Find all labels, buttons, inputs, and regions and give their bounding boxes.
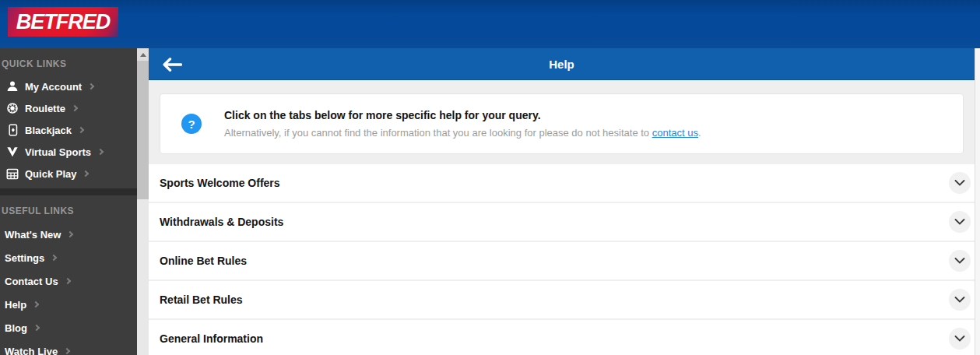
sidebar-item-whats-new[interactable]: What's New — [0, 223, 137, 246]
sidebar-item-blackjack[interactable]: Blackjack — [0, 119, 137, 141]
sidebar-item-label: Virtual Sports — [25, 146, 91, 158]
sidebar-item-quick-play[interactable]: Quick Play — [0, 163, 137, 185]
sidebar-item-watch-live[interactable]: Watch Live — [0, 339, 137, 355]
chevron-right-icon — [64, 278, 70, 284]
sidebar-item-label: Blog — [5, 322, 27, 334]
quick-links-heading: QUICK LINKS — [0, 48, 137, 76]
user-icon — [5, 80, 20, 93]
sidebar-scrollbar[interactable] — [137, 48, 149, 355]
sidebar-item-settings[interactable]: Settings — [0, 246, 137, 269]
chevron-right-icon — [78, 127, 84, 133]
accordion-section-online-bet-rules[interactable]: Online Bet Rules — [149, 242, 975, 279]
help-header-bar: Help — [149, 48, 975, 80]
sidebar-item-help[interactable]: Help — [0, 293, 137, 316]
useful-links-heading: USEFUL LINKS — [0, 195, 137, 223]
sidebar-scrollbar-thumb[interactable] — [137, 61, 149, 199]
roulette-icon — [5, 102, 20, 114]
chevron-down-icon[interactable] — [949, 328, 971, 350]
back-arrow-icon — [163, 58, 182, 72]
sidebar-item-label: Settings — [5, 252, 44, 264]
accordion-section-label: Withdrawals & Deposits — [160, 216, 283, 228]
back-button[interactable] — [163, 48, 182, 80]
chevron-right-icon — [83, 170, 89, 177]
accordion-section-label: Sports Welcome Offers — [160, 177, 280, 189]
help-accordion: Sports Welcome Offers Withdrawals & Depo… — [149, 164, 975, 355]
chevron-right-icon — [72, 105, 78, 111]
sidebar-item-my-account[interactable]: My Account — [0, 76, 137, 97]
info-body: Alternatively, if you cannot find the in… — [224, 127, 701, 139]
sidebar-item-label: What's New — [5, 229, 61, 241]
chevron-right-icon — [67, 231, 73, 237]
betfred-logo-text: BETFRED — [16, 10, 111, 34]
virtual-sports-icon — [5, 146, 20, 157]
sidebar-item-label: Watch Live — [5, 346, 58, 355]
chevron-right-icon — [51, 255, 57, 261]
betfred-help-page: BETFRED QUICK LINKS My Account Roulette … — [0, 0, 980, 355]
help-info-card: ? Click on the tabs below for more speci… — [160, 93, 964, 154]
chevron-right-icon — [33, 301, 39, 308]
info-heading: Click on the tabs below for more specifi… — [224, 109, 701, 121]
chevron-right-icon — [97, 149, 104, 155]
accordion-section-retail-bet-rules[interactable]: Retail Bet Rules — [149, 281, 975, 318]
grid-icon — [5, 168, 20, 180]
main-content: Help ? Click on the tabs below for more … — [149, 48, 975, 355]
sidebar-item-virtual-sports[interactable]: Virtual Sports — [0, 141, 137, 163]
chevron-right-icon — [88, 83, 94, 90]
chevron-right-icon — [33, 325, 40, 331]
cards-icon — [5, 124, 20, 136]
betfred-logo[interactable]: BETFRED — [8, 7, 118, 37]
sidebar-item-label: Quick Play — [25, 168, 76, 180]
info-body-suffix: . — [698, 127, 701, 139]
page-scrollbar[interactable] — [975, 48, 980, 355]
chevron-right-icon — [64, 348, 70, 354]
question-mark-icon: ? — [181, 114, 202, 134]
accordion-section-label: Online Bet Rules — [160, 255, 247, 267]
accordion-section-label: Retail Bet Rules — [160, 293, 243, 306]
sidebar: QUICK LINKS My Account Roulette Blackjac… — [0, 48, 137, 355]
chevron-down-icon[interactable] — [949, 211, 971, 233]
sidebar-item-blog[interactable]: Blog — [0, 316, 137, 339]
sidebar-item-label: Help — [5, 299, 26, 311]
sidebar-item-contact-us[interactable]: Contact Us — [0, 269, 137, 293]
accordion-section-general-information[interactable]: General Information — [149, 320, 975, 355]
sidebar-item-label: Roulette — [25, 103, 65, 114]
chevron-down-icon[interactable] — [949, 172, 971, 194]
sidebar-section-divider — [0, 188, 137, 195]
chevron-down-icon[interactable] — [949, 250, 971, 272]
accordion-section-sports-welcome-offers[interactable]: Sports Welcome Offers — [149, 164, 975, 202]
sidebar-item-roulette[interactable]: Roulette — [0, 97, 137, 119]
contact-us-link[interactable]: contact us — [652, 127, 698, 139]
info-body-prefix: Alternatively, if you cannot find the in… — [224, 127, 652, 139]
info-text: Click on the tabs below for more specifi… — [224, 109, 701, 139]
sidebar-item-label: Blackjack — [25, 125, 72, 136]
triangle-up-icon — [140, 53, 146, 57]
chevron-down-icon[interactable] — [949, 289, 971, 311]
scroll-up-button[interactable] — [137, 48, 149, 61]
accordion-section-withdrawals-deposits[interactable]: Withdrawals & Deposits — [149, 203, 975, 241]
sidebar-item-label: My Account — [25, 81, 82, 93]
page-title: Help — [149, 58, 975, 71]
accordion-section-label: General Information — [160, 332, 263, 345]
top-header: BETFRED — [0, 0, 980, 48]
sidebar-item-label: Contact Us — [5, 276, 58, 287]
